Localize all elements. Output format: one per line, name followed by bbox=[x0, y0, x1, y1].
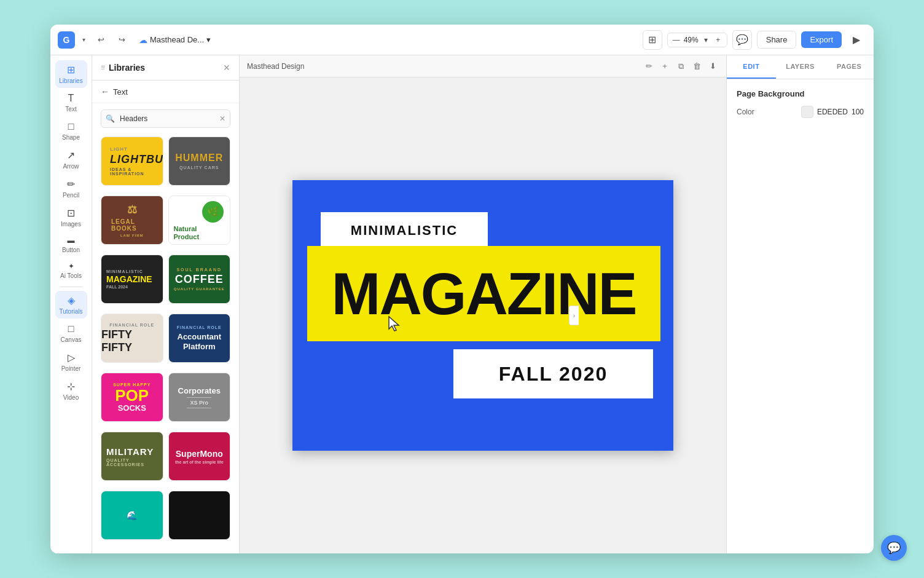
template-dark[interactable] bbox=[168, 491, 231, 540]
main-content: ⊞ Libraries T Text □ Shape ↗ Arrow ✏ Pen… bbox=[50, 55, 874, 553]
canvas-icon: □ bbox=[68, 323, 74, 335]
tab-pages[interactable]: PAGES bbox=[824, 55, 874, 79]
tool-sidebar: ⊞ Libraries T Text □ Shape ↗ Arrow ✏ Pen… bbox=[50, 55, 92, 553]
undo-button[interactable]: ↩ bbox=[92, 31, 109, 49]
color-hex-value: EDEDED bbox=[817, 108, 848, 116]
fall-text-box: FALL 2020 bbox=[453, 349, 653, 398]
chat-support-button[interactable]: 💬 bbox=[881, 535, 907, 561]
top-bar-left: G ▾ ↩ ↪ ☁ Masthead De... ▾ bbox=[58, 31, 216, 49]
images-icon: ⊡ bbox=[67, 207, 75, 219]
template-pop-socks[interactable]: SUPER HAPPY POP SOCKS bbox=[101, 373, 163, 422]
design-canvas: MINIMALISTIC MAGAZINE FALL 2020 bbox=[292, 180, 673, 451]
template-lightbulb[interactable]: Light LightBulb ideas & inspiration bbox=[101, 137, 163, 186]
delete-canvas-button[interactable]: 🗑 bbox=[691, 60, 703, 73]
back-nav: ← Text bbox=[92, 81, 239, 103]
pointer-icon: ▷ bbox=[68, 352, 75, 363]
minimalistic-text-box: MINIMALISTIC bbox=[321, 212, 488, 249]
tool-arrow[interactable]: ↗ Arrow bbox=[55, 146, 87, 173]
canvas-area: Masthead Design ✏ + ⧉ 🗑 ⬇ MINIMALISTIC bbox=[240, 55, 726, 553]
shape-icon: □ bbox=[68, 121, 74, 132]
document-name[interactable]: ☁ Masthead De... ▾ bbox=[134, 33, 216, 47]
tool-pencil[interactable]: ✏ Pencil bbox=[55, 175, 87, 202]
text-icon: T bbox=[68, 93, 74, 104]
libraries-panel: ⠿ Libraries ✕ ← Text 🔍 ✕ Light L bbox=[92, 55, 240, 553]
search-clear-icon[interactable]: ✕ bbox=[219, 114, 225, 123]
template-natural-product[interactable]: 🌿 Natural Product bbox=[168, 196, 231, 245]
tool-images[interactable]: ⊡ Images bbox=[55, 204, 87, 231]
template-coffee[interactable]: SOUL BRAAND COFFEE QUALITY GUARANTEE bbox=[168, 255, 231, 304]
ai-tools-icon: ✦ bbox=[68, 262, 74, 271]
frame-button[interactable]: ⊞ bbox=[643, 30, 662, 50]
canvas-viewport[interactable]: MINIMALISTIC MAGAZINE FALL 2020 bbox=[240, 77, 726, 553]
search-input[interactable] bbox=[101, 109, 230, 128]
tool-video[interactable]: ⊹ Video bbox=[55, 377, 87, 405]
tool-button[interactable]: ▬ Button bbox=[55, 232, 87, 257]
tutorials-icon: ◈ bbox=[68, 295, 75, 306]
color-row: Color EDEDED 100 bbox=[737, 106, 864, 118]
template-legal-books[interactable]: ⚖ LEGAL BOOKS LAW FIRM bbox=[101, 196, 163, 245]
search-icon: 🔍 bbox=[106, 114, 115, 123]
right-panel-content: Page Background Color EDEDED 100 bbox=[727, 79, 874, 553]
template-magazine-mini[interactable]: MINIMALISTIC MAGAZINE FALL 2024 bbox=[101, 255, 163, 304]
color-swatch[interactable] bbox=[801, 106, 813, 118]
search-bar: 🔍 ✕ bbox=[101, 109, 230, 128]
top-bar-right: ⊞ — 49% ▾ + 💬 Share Export ▶ bbox=[643, 30, 866, 50]
add-canvas-button[interactable]: + bbox=[659, 60, 671, 73]
video-icon: ⊹ bbox=[67, 381, 75, 392]
button-icon: ▬ bbox=[68, 236, 75, 245]
magazine-box: MAGAZINE bbox=[307, 246, 660, 341]
tab-layers[interactable]: LAYERS bbox=[776, 55, 825, 79]
zoom-in-button[interactable]: + bbox=[713, 35, 723, 45]
tool-text[interactable]: T Text bbox=[55, 89, 87, 116]
templates-grid: Light LightBulb ideas & inspiration HUMM… bbox=[92, 134, 239, 553]
cloud-icon: ☁ bbox=[139, 35, 147, 45]
logo-button[interactable]: G bbox=[58, 31, 75, 49]
right-panel: EDIT LAYERS PAGES Page Background Color … bbox=[726, 55, 874, 553]
right-panel-tabs: EDIT LAYERS PAGES bbox=[727, 55, 874, 79]
opacity-value: 100 bbox=[852, 108, 864, 116]
template-hummer[interactable]: HUMMER QUALITY CARS bbox=[168, 137, 231, 186]
canvas-actions: ✏ + ⧉ 🗑 ⬇ bbox=[643, 60, 719, 73]
zoom-chevron[interactable]: ▾ bbox=[701, 35, 711, 45]
libraries-header: ⠿ Libraries ✕ bbox=[92, 55, 239, 81]
tool-tutorials[interactable]: ◈ Tutorials bbox=[55, 291, 87, 319]
tool-pointer[interactable]: ▷ Pointer bbox=[55, 348, 87, 376]
tool-shape[interactable]: □ Shape bbox=[55, 117, 87, 144]
tool-ai-tools[interactable]: ✦ Ai Tools bbox=[55, 258, 87, 283]
copy-canvas-button[interactable]: ⧉ bbox=[675, 60, 687, 73]
color-value-group: EDEDED 100 bbox=[801, 106, 864, 118]
canvas-toolbar: Masthead Design ✏ + ⧉ 🗑 ⬇ bbox=[240, 55, 726, 77]
tab-edit[interactable]: EDIT bbox=[727, 55, 776, 79]
logo-chevron[interactable]: ▾ bbox=[79, 35, 88, 45]
tool-canvas[interactable]: □ Canvas bbox=[55, 320, 87, 347]
canvas-name: Masthead Design bbox=[247, 62, 304, 71]
libraries-icon: ⊞ bbox=[67, 64, 75, 76]
template-fifty-fifty[interactable]: FINANCIAL ROLE FIFTY FIFTY bbox=[101, 314, 163, 363]
export-button[interactable]: Export bbox=[801, 31, 842, 48]
redo-button[interactable]: ↪ bbox=[113, 31, 130, 49]
play-button[interactable]: ▶ bbox=[847, 30, 866, 50]
template-military[interactable]: MILITARY QUALITY ACCESSORIES bbox=[101, 432, 163, 481]
tool-libraries[interactable]: ⊞ Libraries bbox=[55, 60, 87, 88]
back-arrow-icon[interactable]: ← bbox=[101, 87, 109, 97]
app-window: G ▾ ↩ ↪ ☁ Masthead De... ▾ ⊞ — 49% ▾ + 💬… bbox=[50, 25, 874, 553]
drag-handle-icon: ⠿ bbox=[101, 65, 105, 71]
template-corporates-xs-pro[interactable]: Corporates XS Pro bbox=[168, 373, 231, 422]
arrow-icon: ↗ bbox=[67, 149, 75, 161]
pencil-icon: ✏ bbox=[67, 178, 75, 190]
edit-canvas-button[interactable]: ✏ bbox=[643, 60, 655, 73]
zoom-out-button[interactable]: — bbox=[671, 35, 681, 45]
top-bar: G ▾ ↩ ↪ ☁ Masthead De... ▾ ⊞ — 49% ▾ + 💬… bbox=[50, 25, 874, 55]
template-supermono[interactable]: SuperMono the art of the simple life bbox=[168, 432, 231, 481]
back-label: Text bbox=[113, 87, 128, 97]
share-button[interactable]: Share bbox=[757, 31, 797, 49]
download-canvas-button[interactable]: ⬇ bbox=[707, 60, 719, 73]
close-panel-button[interactable]: ✕ bbox=[223, 63, 230, 73]
right-panel-toggle[interactable]: › bbox=[569, 306, 579, 325]
libraries-title-row: ⠿ Libraries bbox=[101, 63, 145, 73]
template-accountant-platform[interactable]: FINANCIAL ROLE Accountant Platform bbox=[168, 314, 231, 363]
zoom-controls: — 49% ▾ + bbox=[667, 33, 727, 47]
page-background-title: Page Background bbox=[737, 89, 864, 98]
template-teal[interactable]: 🌊 bbox=[101, 491, 163, 540]
comment-button[interactable]: 💬 bbox=[732, 30, 752, 50]
